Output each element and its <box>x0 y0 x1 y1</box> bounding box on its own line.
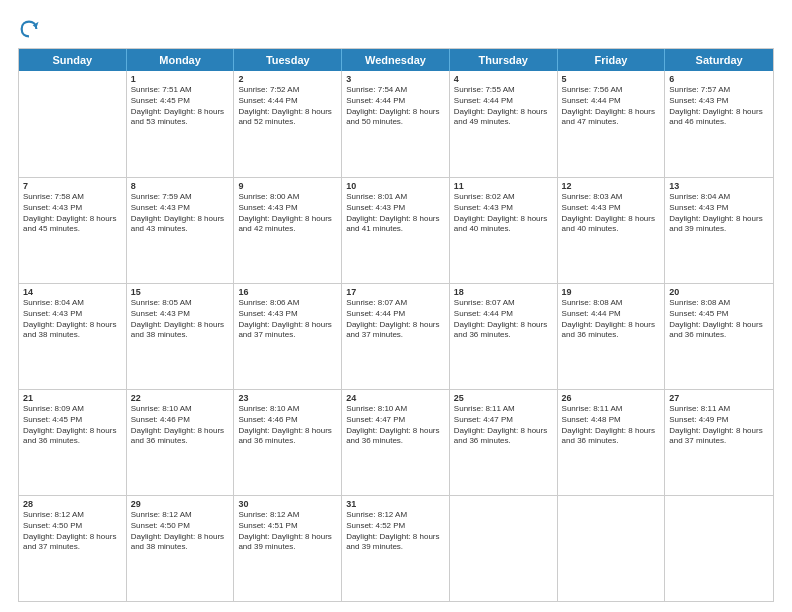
header <box>18 18 774 40</box>
cell-info: Sunrise: 8:08 AMSunset: 4:45 PMDaylight:… <box>669 298 769 341</box>
cell-day-number: 15 <box>131 287 230 297</box>
cell-day-number: 21 <box>23 393 122 403</box>
calendar-week-5: 28Sunrise: 8:12 AMSunset: 4:50 PMDayligh… <box>19 495 773 601</box>
calendar-cell: 22Sunrise: 8:10 AMSunset: 4:46 PMDayligh… <box>127 390 235 495</box>
calendar-cell: 17Sunrise: 8:07 AMSunset: 4:44 PMDayligh… <box>342 284 450 389</box>
calendar-week-4: 21Sunrise: 8:09 AMSunset: 4:45 PMDayligh… <box>19 389 773 495</box>
cell-day-number: 26 <box>562 393 661 403</box>
cell-day-number: 10 <box>346 181 445 191</box>
calendar-cell: 11Sunrise: 8:02 AMSunset: 4:43 PMDayligh… <box>450 178 558 283</box>
calendar-header: SundayMondayTuesdayWednesdayThursdayFrid… <box>19 49 773 71</box>
calendar-cell: 21Sunrise: 8:09 AMSunset: 4:45 PMDayligh… <box>19 390 127 495</box>
calendar-cell: 4Sunrise: 7:55 AMSunset: 4:44 PMDaylight… <box>450 71 558 177</box>
cell-info: Sunrise: 7:51 AMSunset: 4:45 PMDaylight:… <box>131 85 230 128</box>
calendar-cell: 26Sunrise: 8:11 AMSunset: 4:48 PMDayligh… <box>558 390 666 495</box>
calendar-cell <box>450 496 558 601</box>
cell-info: Sunrise: 8:12 AMSunset: 4:51 PMDaylight:… <box>238 510 337 553</box>
cell-day-number: 13 <box>669 181 769 191</box>
calendar-cell <box>19 71 127 177</box>
cell-info: Sunrise: 8:05 AMSunset: 4:43 PMDaylight:… <box>131 298 230 341</box>
calendar-week-3: 14Sunrise: 8:04 AMSunset: 4:43 PMDayligh… <box>19 283 773 389</box>
cell-day-number: 4 <box>454 74 553 84</box>
cell-day-number: 2 <box>238 74 337 84</box>
calendar-cell: 10Sunrise: 8:01 AMSunset: 4:43 PMDayligh… <box>342 178 450 283</box>
calendar-cell: 28Sunrise: 8:12 AMSunset: 4:50 PMDayligh… <box>19 496 127 601</box>
day-header-friday: Friday <box>558 49 666 71</box>
cell-info: Sunrise: 8:11 AMSunset: 4:48 PMDaylight:… <box>562 404 661 447</box>
calendar-cell: 8Sunrise: 7:59 AMSunset: 4:43 PMDaylight… <box>127 178 235 283</box>
cell-day-number: 30 <box>238 499 337 509</box>
day-header-saturday: Saturday <box>665 49 773 71</box>
calendar-cell: 15Sunrise: 8:05 AMSunset: 4:43 PMDayligh… <box>127 284 235 389</box>
cell-info: Sunrise: 7:57 AMSunset: 4:43 PMDaylight:… <box>669 85 769 128</box>
calendar-cell: 5Sunrise: 7:56 AMSunset: 4:44 PMDaylight… <box>558 71 666 177</box>
cell-info: Sunrise: 8:12 AMSunset: 4:50 PMDaylight:… <box>131 510 230 553</box>
cell-info: Sunrise: 8:10 AMSunset: 4:46 PMDaylight:… <box>131 404 230 447</box>
page: SundayMondayTuesdayWednesdayThursdayFrid… <box>0 0 792 612</box>
calendar-cell: 25Sunrise: 8:11 AMSunset: 4:47 PMDayligh… <box>450 390 558 495</box>
calendar-week-2: 7Sunrise: 7:58 AMSunset: 4:43 PMDaylight… <box>19 177 773 283</box>
cell-info: Sunrise: 8:06 AMSunset: 4:43 PMDaylight:… <box>238 298 337 341</box>
logo <box>18 18 42 40</box>
cell-info: Sunrise: 8:12 AMSunset: 4:52 PMDaylight:… <box>346 510 445 553</box>
calendar-cell: 9Sunrise: 8:00 AMSunset: 4:43 PMDaylight… <box>234 178 342 283</box>
cell-day-number: 3 <box>346 74 445 84</box>
calendar-cell <box>665 496 773 601</box>
calendar-cell: 18Sunrise: 8:07 AMSunset: 4:44 PMDayligh… <box>450 284 558 389</box>
cell-info: Sunrise: 8:11 AMSunset: 4:47 PMDaylight:… <box>454 404 553 447</box>
cell-day-number: 28 <box>23 499 122 509</box>
cell-info: Sunrise: 7:56 AMSunset: 4:44 PMDaylight:… <box>562 85 661 128</box>
cell-info: Sunrise: 8:11 AMSunset: 4:49 PMDaylight:… <box>669 404 769 447</box>
cell-day-number: 24 <box>346 393 445 403</box>
cell-info: Sunrise: 7:52 AMSunset: 4:44 PMDaylight:… <box>238 85 337 128</box>
cell-info: Sunrise: 8:12 AMSunset: 4:50 PMDaylight:… <box>23 510 122 553</box>
calendar-cell: 14Sunrise: 8:04 AMSunset: 4:43 PMDayligh… <box>19 284 127 389</box>
cell-day-number: 6 <box>669 74 769 84</box>
cell-info: Sunrise: 7:55 AMSunset: 4:44 PMDaylight:… <box>454 85 553 128</box>
cell-day-number: 25 <box>454 393 553 403</box>
cell-info: Sunrise: 8:01 AMSunset: 4:43 PMDaylight:… <box>346 192 445 235</box>
cell-info: Sunrise: 8:10 AMSunset: 4:46 PMDaylight:… <box>238 404 337 447</box>
day-header-monday: Monday <box>127 49 235 71</box>
calendar-cell: 13Sunrise: 8:04 AMSunset: 4:43 PMDayligh… <box>665 178 773 283</box>
calendar-cell: 19Sunrise: 8:08 AMSunset: 4:44 PMDayligh… <box>558 284 666 389</box>
calendar-cell: 30Sunrise: 8:12 AMSunset: 4:51 PMDayligh… <box>234 496 342 601</box>
day-header-tuesday: Tuesday <box>234 49 342 71</box>
logo-icon <box>18 18 40 40</box>
calendar-cell: 16Sunrise: 8:06 AMSunset: 4:43 PMDayligh… <box>234 284 342 389</box>
day-header-sunday: Sunday <box>19 49 127 71</box>
cell-day-number: 20 <box>669 287 769 297</box>
calendar-week-1: 1Sunrise: 7:51 AMSunset: 4:45 PMDaylight… <box>19 71 773 177</box>
calendar-cell: 20Sunrise: 8:08 AMSunset: 4:45 PMDayligh… <box>665 284 773 389</box>
cell-day-number: 19 <box>562 287 661 297</box>
cell-info: Sunrise: 8:07 AMSunset: 4:44 PMDaylight:… <box>346 298 445 341</box>
day-header-thursday: Thursday <box>450 49 558 71</box>
cell-day-number: 8 <box>131 181 230 191</box>
cell-info: Sunrise: 8:08 AMSunset: 4:44 PMDaylight:… <box>562 298 661 341</box>
cell-day-number: 22 <box>131 393 230 403</box>
cell-day-number: 18 <box>454 287 553 297</box>
cell-info: Sunrise: 8:04 AMSunset: 4:43 PMDaylight:… <box>669 192 769 235</box>
cell-info: Sunrise: 8:03 AMSunset: 4:43 PMDaylight:… <box>562 192 661 235</box>
calendar-cell: 24Sunrise: 8:10 AMSunset: 4:47 PMDayligh… <box>342 390 450 495</box>
cell-info: Sunrise: 8:04 AMSunset: 4:43 PMDaylight:… <box>23 298 122 341</box>
cell-info: Sunrise: 8:07 AMSunset: 4:44 PMDaylight:… <box>454 298 553 341</box>
cell-info: Sunrise: 8:02 AMSunset: 4:43 PMDaylight:… <box>454 192 553 235</box>
cell-info: Sunrise: 7:54 AMSunset: 4:44 PMDaylight:… <box>346 85 445 128</box>
calendar-cell: 27Sunrise: 8:11 AMSunset: 4:49 PMDayligh… <box>665 390 773 495</box>
cell-day-number: 17 <box>346 287 445 297</box>
cell-info: Sunrise: 8:09 AMSunset: 4:45 PMDaylight:… <box>23 404 122 447</box>
calendar-cell: 12Sunrise: 8:03 AMSunset: 4:43 PMDayligh… <box>558 178 666 283</box>
cell-day-number: 31 <box>346 499 445 509</box>
cell-day-number: 16 <box>238 287 337 297</box>
day-header-wednesday: Wednesday <box>342 49 450 71</box>
calendar-cell: 6Sunrise: 7:57 AMSunset: 4:43 PMDaylight… <box>665 71 773 177</box>
calendar-body: 1Sunrise: 7:51 AMSunset: 4:45 PMDaylight… <box>19 71 773 601</box>
calendar-cell: 29Sunrise: 8:12 AMSunset: 4:50 PMDayligh… <box>127 496 235 601</box>
calendar-cell <box>558 496 666 601</box>
cell-day-number: 27 <box>669 393 769 403</box>
calendar-cell: 2Sunrise: 7:52 AMSunset: 4:44 PMDaylight… <box>234 71 342 177</box>
calendar-cell: 23Sunrise: 8:10 AMSunset: 4:46 PMDayligh… <box>234 390 342 495</box>
calendar-cell: 7Sunrise: 7:58 AMSunset: 4:43 PMDaylight… <box>19 178 127 283</box>
calendar: SundayMondayTuesdayWednesdayThursdayFrid… <box>18 48 774 602</box>
